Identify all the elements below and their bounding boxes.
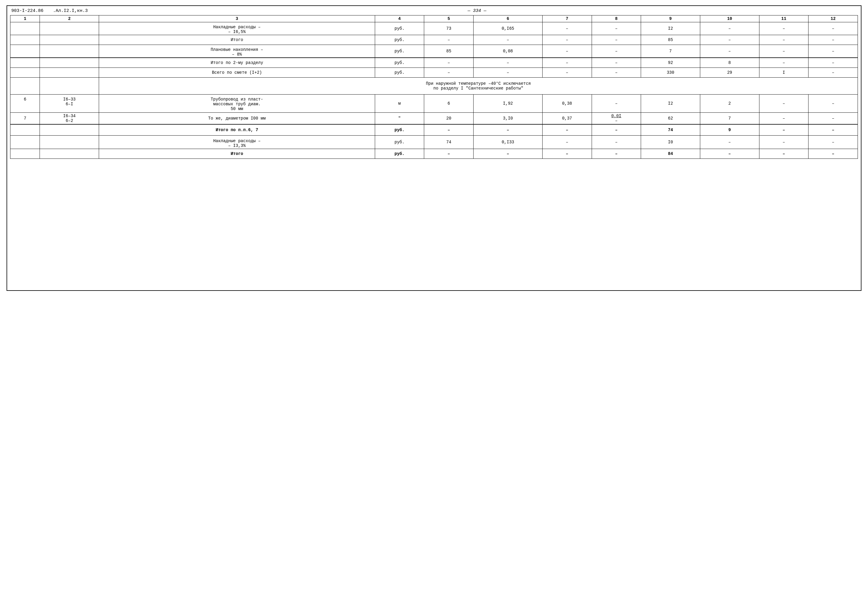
col3-line1: Накладные расходы –: [101, 25, 373, 30]
code-line1: I6–34: [41, 114, 97, 118]
col8-val1: 0,0I: [593, 114, 639, 118]
table-row: Накладные расходы – – I3,3% руб. 74 0,I3…: [10, 136, 858, 149]
col-header-4: 4: [375, 15, 424, 22]
col-header-3: 3: [99, 15, 375, 22]
col-header-1: 1: [10, 15, 40, 22]
table-row: Накладные расходы – – I6,5% руб. 73 0,I6…: [10, 22, 858, 35]
desc-line2: массовых труб диам.: [101, 102, 373, 106]
col3-line2: – I3,3%: [101, 143, 373, 148]
col-header-8: 8: [592, 15, 641, 22]
col3-line1: Накладные расходы –: [101, 139, 373, 143]
table-row-item7: 7 I6–34 6–2 То же, диаметром I00 мм " 20…: [10, 113, 858, 125]
table-row-subtotal: Итого по 2-му разделу руб. – – – – 92 8 …: [10, 58, 858, 68]
col-header-6: 6: [474, 15, 543, 22]
col-header-7: 7: [542, 15, 592, 22]
main-table: 1 2 3 4 5 6 7 8 9 10 11 12 Накладные рас…: [10, 15, 858, 159]
col-header-11: 11: [759, 15, 809, 22]
col-header-12: 12: [809, 15, 858, 22]
table-row: Итого руб. – – – – 85 – – –: [10, 35, 858, 45]
note-line2: по разделу I "Сантехнические работы": [101, 86, 856, 91]
col3-line2: – I6,5%: [101, 30, 373, 34]
desc-line3: 50 мм: [101, 106, 373, 111]
page-border: 903-I-224.86 .Ал.I2.I,кн.3 — 334 — 1 2 3…: [7, 5, 861, 291]
table-row-subtotal2: Итого по п.п.6, 7 руб. – – – – 74 9 – –: [10, 124, 858, 136]
col3-line1: Плановые накопления –: [101, 47, 373, 52]
col8-val2: –: [593, 118, 639, 123]
desc-line1: Трубопровод из пласт-: [101, 97, 373, 102]
table-row: Итого руб. – – – – 84 – – –: [10, 149, 858, 159]
table-row-subtotal: Всего по смете (I+2) руб. – – – – 330 29…: [10, 68, 858, 78]
note-line1: При наружной температуре –40°С исключает…: [101, 81, 856, 86]
itogo-label: Итого: [101, 37, 373, 42]
header: 903-I-224.86 .Ал.I2.I,кн.3 — 334 —: [10, 8, 858, 13]
table-row: Плановые накопления – – 8% руб. 85 0,08 …: [10, 45, 858, 58]
itogo2-label: Итого: [101, 151, 373, 156]
col-header-2: 2: [40, 15, 99, 22]
doc-id: 903-I-224.86: [11, 8, 43, 13]
col-header-9: 9: [641, 15, 700, 22]
page-num: — 334 —: [468, 8, 486, 13]
col-header-5: 5: [424, 15, 474, 22]
header-row: 1 2 3 4 5 6 7 8 9 10 11 12: [10, 15, 858, 22]
item7-desc: То же, диаметром I00 мм: [208, 116, 266, 121]
code-line2: 6–2: [41, 118, 97, 123]
table-row-note: При наружной температуре –40°С исключает…: [10, 78, 858, 94]
col-header-10: 10: [700, 15, 759, 22]
code-line2: 6–I: [41, 102, 97, 106]
col3-line2: – 8%: [101, 52, 373, 57]
table-row-item6: 6 I6–33 6–I Трубопровод из пласт- массов…: [10, 94, 858, 113]
code-line1: I6–33: [41, 97, 97, 102]
doc-ref: .Ал.I2.I,кн.3: [53, 8, 88, 13]
